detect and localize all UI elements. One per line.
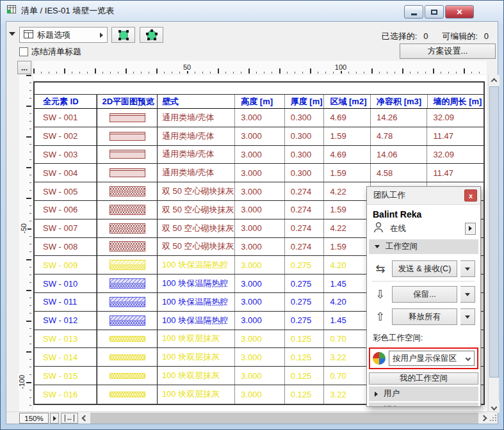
users-section-header[interactable]: 用户	[369, 386, 478, 401]
column-header[interactable]: 全元素 ID	[35, 95, 97, 108]
my-workspace-button[interactable]: 我的工作空间	[369, 372, 478, 385]
reserve-dropdown[interactable]	[460, 286, 475, 303]
cell-height: 3.000	[235, 182, 285, 200]
chevron-right-icon	[100, 33, 103, 38]
wall-preview-icon	[110, 113, 145, 122]
cell-id: SW - 003	[35, 146, 97, 164]
vertical-scrollbar[interactable]	[488, 75, 499, 413]
scheme-settings-button[interactable]: 方案设置...	[400, 44, 496, 59]
scroll-right-button[interactable]	[478, 413, 489, 424]
users-section-label: 用户	[384, 388, 400, 399]
fit-width-button[interactable]: ↔	[61, 413, 78, 424]
colored-workspace-select[interactable]: 按用户显示保留区	[389, 351, 475, 366]
cell-thickness: 0.274	[285, 219, 325, 237]
cell-thickness: 0.300	[285, 164, 325, 182]
cell-area: 3.22	[324, 385, 371, 404]
minimize-icon	[411, 13, 417, 15]
column-header[interactable]: 净容积 [m3]	[371, 95, 428, 108]
combo-chevron-icon	[466, 356, 471, 361]
cell-id: SW - 011	[35, 293, 97, 311]
close-button[interactable]: ✕	[445, 5, 474, 19]
cell-type: 100 块双层抹灰	[158, 330, 235, 348]
cell-height: 3.000	[235, 330, 285, 348]
app-window: 清单 / IES-01 墙壁一览表 ✕ 标题选项	[0, 0, 504, 430]
teamwork-palette-titlebar[interactable]: 团队工作 x	[367, 187, 480, 205]
cell-id: SW - 016	[35, 385, 97, 404]
cell-id: SW - 009	[35, 256, 97, 274]
teamwork-user-name: Balint Reka	[367, 205, 480, 220]
editable-label: 可编辑的:	[442, 31, 478, 41]
teamwork-palette: 团队工作 x Balint Reka 在线 工作空间 ⇆	[366, 186, 481, 407]
cell-id: SW - 006	[35, 201, 97, 219]
column-header[interactable]: 墙的周长 [m]	[428, 95, 484, 108]
status-bar: 150% ↔	[6, 411, 498, 424]
schedule-header-row[interactable]: 全元素 ID2D平面图预览壁式高度 [m]厚度 [m]区域 [m2]净容积 [m…	[35, 95, 484, 109]
title-options-dropdown[interactable]: 标题选项	[19, 27, 108, 43]
title-options-label: 标题选项	[37, 29, 70, 41]
column-header[interactable]: 高度 [m]	[235, 95, 285, 108]
cell-thickness: 0.300	[285, 127, 325, 145]
scroll-left-button[interactable]	[79, 413, 90, 424]
toolbar-collapse-arrow-icon[interactable]	[9, 32, 15, 36]
cell-id: SW - 013	[35, 330, 97, 348]
vruler-label-100: -100	[18, 374, 26, 390]
table-row[interactable]: SW - 002通用类墙/壳体3.0000.3001.594.7811.47	[35, 127, 484, 146]
editable-value: 0	[484, 31, 489, 41]
send-receive-button[interactable]: 发送 & 接收(C)	[392, 260, 457, 277]
preview-cell	[97, 275, 157, 292]
vertical-scroll-thumb[interactable]	[489, 86, 499, 378]
cell-height: 3.000	[235, 201, 285, 219]
cell-id: SW - 005	[35, 182, 97, 200]
status-more-button[interactable]	[465, 223, 476, 235]
section-expanded-icon	[375, 245, 380, 248]
colored-workspace-value: 按用户显示保留区	[393, 353, 457, 364]
cell-net-volume: 14.06	[371, 146, 428, 164]
freeze-title-checkbox[interactable]	[19, 47, 28, 56]
palette-close-button[interactable]: x	[464, 189, 477, 202]
release-all-dropdown[interactable]	[460, 308, 475, 325]
column-header[interactable]: 厚度 [m]	[285, 95, 325, 108]
minimize-button[interactable]	[404, 5, 423, 19]
table-row[interactable]: SW - 001通用类墙/壳体3.0000.3004.6914.2632.09	[35, 109, 484, 127]
resize-grip[interactable]	[489, 415, 496, 422]
cell-thickness: 0.300	[285, 109, 325, 127]
chevron-right-icon	[481, 415, 487, 422]
maximize-icon	[431, 10, 437, 15]
messages-section-header[interactable]: 消息	[369, 402, 478, 407]
column-header[interactable]: 区域 [m2]	[324, 95, 371, 108]
cell-perimeter: 32.09	[427, 109, 484, 127]
cell-area: 0.70	[324, 367, 371, 385]
chevron-down-icon	[491, 404, 498, 411]
table-row[interactable]: SW - 004通用类墙/壳体3.0000.3001.594.5811.47	[35, 164, 484, 182]
column-header[interactable]: 2D平面图预览	[97, 95, 157, 108]
zoom-menu-button[interactable]	[50, 413, 59, 424]
chevron-up-icon	[491, 78, 498, 84]
reserve-button[interactable]: 保留...	[392, 286, 457, 303]
release-all-button[interactable]: 释放所有	[392, 308, 457, 325]
zoom-level-button[interactable]: 150%	[19, 413, 49, 424]
cell-type: 双 50 空心砌块抹灰	[158, 182, 235, 200]
cell-thickness: 0.274	[285, 182, 325, 200]
selection-counts: 已选择的:0 可编辑的:0	[382, 31, 489, 42]
wall-preview-icon	[110, 150, 145, 159]
zoom-menu-arrow-icon	[53, 416, 56, 421]
scroll-up-button[interactable]	[489, 75, 500, 86]
table-row[interactable]: SW - 003通用类墙/壳体3.0000.3004.6914.0632.09	[35, 146, 484, 164]
send-receive-dropdown[interactable]	[460, 260, 475, 277]
cell-perimeter: 11.47	[427, 127, 484, 145]
cell-type: 100 块保温隔热腔	[158, 275, 235, 292]
cell-area: 4.22	[324, 182, 371, 200]
workspace-section-header[interactable]: 工作空间	[369, 239, 478, 254]
polygon-select-button[interactable]	[140, 27, 163, 43]
column-header[interactable]: 壁式	[158, 95, 235, 108]
marquee-select-button[interactable]	[111, 27, 135, 43]
wall-preview-icon	[110, 205, 145, 215]
cell-height: 3.000	[235, 219, 285, 237]
cell-thickness: 0.275	[285, 293, 325, 311]
ruler-options-button[interactable]: ...	[17, 61, 31, 74]
colored-workspace-highlight: 按用户显示保留区	[369, 347, 478, 369]
vertical-ruler: -50 -100	[19, 75, 32, 413]
workspace-section-label: 工作空间	[386, 241, 418, 252]
maximize-button[interactable]	[425, 5, 444, 19]
horizontal-scroll-track[interactable]	[90, 413, 478, 424]
